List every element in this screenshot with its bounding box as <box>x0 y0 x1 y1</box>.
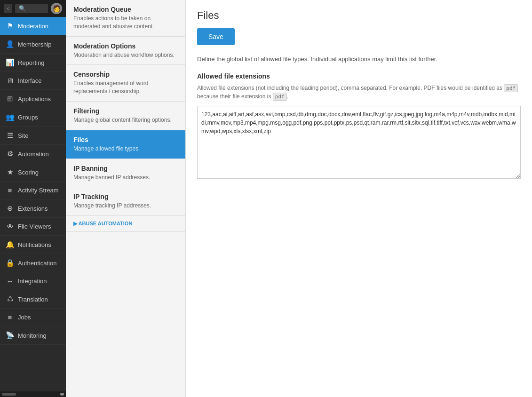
sidebar-label-groups: Groups <box>18 114 38 121</box>
extensions-icon: ⊕ <box>6 204 14 213</box>
monitoring-icon: 📡 <box>6 331 14 340</box>
file-extensions-textarea[interactable] <box>197 106 521 179</box>
sidebar-item-activity-stream[interactable]: ≡ Activity Stream <box>0 182 66 199</box>
helper-text-end: . <box>287 93 288 100</box>
interface-icon: 🖥 <box>6 77 14 85</box>
sidebar-label-automation: Automation <box>18 151 49 158</box>
mid-item-title-censorship: Censorship <box>73 71 178 78</box>
sidebar-item-moderation[interactable]: ⚑ Moderation <box>0 17 66 35</box>
sidebar-label-integration: Integration <box>18 278 47 285</box>
sidebar-label-translation: Translation <box>18 296 48 303</box>
sidebar-label-site: Site <box>18 132 28 139</box>
info-text: Define the global list of allowed file t… <box>197 55 521 64</box>
activity-stream-icon: ≡ <box>6 186 14 194</box>
save-button[interactable]: Save <box>197 28 235 45</box>
helper-text-before: Allowed file extensions (not including t… <box>197 85 502 91</box>
mid-item-moderation-options[interactable]: Moderation Options Moderation and abuse … <box>66 37 185 65</box>
abuse-automation-header[interactable]: ▶ ABUSE AUTOMATION <box>66 216 185 231</box>
scoring-icon: ★ <box>6 168 14 176</box>
sidebar-items-list: ⚑ Moderation 👤 Membership 📊 Reporting 🖥 … <box>0 17 66 391</box>
automation-icon: ⚙ <box>6 150 14 158</box>
site-icon: ☰ <box>6 131 14 140</box>
integration-icon: ↔ <box>6 277 14 285</box>
sidebar-label-notifications: Notifications <box>18 241 51 248</box>
mid-item-title-ip-tracking: IP Tracking <box>73 193 178 200</box>
groups-icon: 👥 <box>6 113 14 121</box>
sidebar-item-file-viewers[interactable]: 👁 File Viewers <box>0 218 66 236</box>
sidebar-item-groups[interactable]: 👥 Groups <box>0 108 66 127</box>
sidebar-label-applications: Applications <box>18 95 51 103</box>
mid-item-title-ip-banning: IP Banning <box>73 165 178 172</box>
allowed-extensions-label: Allowed file extensions <box>197 72 521 80</box>
file-viewers-icon: 👁 <box>6 222 14 230</box>
sidebar-item-translation[interactable]: ♺ Translation <box>0 290 66 309</box>
sidebar-item-extensions[interactable]: ⊕ Extensions <box>0 199 66 218</box>
sidebar-item-scoring[interactable]: ★ Scoring <box>0 163 66 182</box>
sidebar-item-authentication[interactable]: 🔒 Authentication <box>0 254 66 272</box>
sidebar-item-interface[interactable]: 🖥 Interface <box>0 72 66 90</box>
sidebar-label-reporting: Reporting <box>18 59 44 66</box>
sidebar-item-integration[interactable]: ↔ Integration <box>0 272 66 290</box>
middle-panel: Moderation Queue Enables actions to be t… <box>66 0 186 397</box>
sidebar-item-site[interactable]: ☰ Site <box>0 127 66 145</box>
sidebar-label-moderation: Moderation <box>18 23 48 30</box>
sidebar-label-membership: Membership <box>18 41 52 48</box>
sidebar-back-button[interactable]: ‹ <box>4 4 12 13</box>
sidebar-label-scoring: Scoring <box>18 169 39 176</box>
mid-item-desc-ip-banning: Manage banned IP addresses. <box>73 174 178 182</box>
mid-item-moderation-queue[interactable]: Moderation Queue Enables actions to be t… <box>66 0 185 36</box>
sidebar-label-activity-stream: Activity Stream <box>18 187 59 194</box>
mid-item-desc-moderation-queue: Enables actions to be taken on moderated… <box>73 15 178 31</box>
helper-text: Allowed file extensions (not including t… <box>197 84 521 101</box>
sidebar-label-file-viewers: File Viewers <box>18 223 51 230</box>
translation-icon: ♺ <box>6 295 14 303</box>
sidebar-label-extensions: Extensions <box>18 205 48 212</box>
sidebar-item-notifications[interactable]: 🔔 Notifications <box>0 236 66 254</box>
sidebar-search-input[interactable] <box>15 4 48 13</box>
page-title: Files <box>197 9 521 22</box>
sidebar-item-automation[interactable]: ⚙ Automation <box>0 145 66 163</box>
mid-item-files[interactable]: Files Manage allowed file types. <box>66 130 185 159</box>
mid-item-filtering[interactable]: Filtering Manage global content filterin… <box>66 102 185 130</box>
sidebar-item-applications[interactable]: ⊞ Applications <box>0 90 66 108</box>
mid-item-title-filtering: Filtering <box>73 107 178 115</box>
mid-item-censorship[interactable]: Censorship Enables management of word re… <box>66 65 185 101</box>
sidebar: ‹ 🧑 ⚑ Moderation 👤 Membership 📊 Reportin… <box>0 0 66 397</box>
code-pdf-1: pdf <box>504 84 518 92</box>
reporting-icon: 📊 <box>6 58 14 67</box>
applications-icon: ⊞ <box>6 95 14 103</box>
jobs-icon: ≡ <box>6 313 14 321</box>
mid-item-desc-ip-tracking: Manage tracking IP addresses. <box>73 202 178 210</box>
sidebar-item-jobs[interactable]: ≡ Jobs <box>0 309 66 326</box>
membership-icon: 👤 <box>6 40 14 48</box>
mid-item-desc-moderation-options: Moderation and abuse workflow options. <box>73 51 178 59</box>
sidebar-item-reporting[interactable]: 📊 Reporting <box>0 54 66 72</box>
sidebar-scrollbar[interactable] <box>0 391 66 397</box>
mid-item-title-moderation-queue: Moderation Queue <box>73 6 178 13</box>
mid-item-title-files: Files <box>73 136 178 143</box>
sidebar-label-monitoring: Monitoring <box>18 332 47 339</box>
sidebar-header: ‹ 🧑 <box>0 0 66 17</box>
mid-item-desc-censorship: Enables management of word replacements … <box>73 79 178 95</box>
mid-item-desc-files: Manage allowed file types. <box>73 145 178 153</box>
main-content: Files Save Define the global list of all… <box>186 0 532 397</box>
sidebar-label-interface: Interface <box>18 77 42 84</box>
sidebar-item-monitoring[interactable]: 📡 Monitoring <box>0 326 66 345</box>
sidebar-item-membership[interactable]: 👤 Membership <box>0 35 66 54</box>
moderation-icon: ⚑ <box>6 22 14 30</box>
sidebar-label-jobs: Jobs <box>18 314 31 321</box>
helper-text-middle: because their file extension is <box>197 93 271 100</box>
mid-item-ip-tracking[interactable]: IP Tracking Manage tracking IP addresses… <box>66 187 185 215</box>
mid-item-ip-banning[interactable]: IP Banning Manage banned IP addresses. <box>66 159 185 187</box>
avatar[interactable]: 🧑 <box>51 3 62 14</box>
authentication-icon: 🔒 <box>6 259 14 267</box>
notifications-icon: 🔔 <box>6 240 14 249</box>
mid-item-title-moderation-options: Moderation Options <box>73 42 178 50</box>
code-pdf-2: pdf <box>273 93 287 101</box>
sidebar-label-authentication: Authentication <box>18 260 56 267</box>
mid-item-desc-filtering: Manage global content filtering options. <box>73 116 178 124</box>
